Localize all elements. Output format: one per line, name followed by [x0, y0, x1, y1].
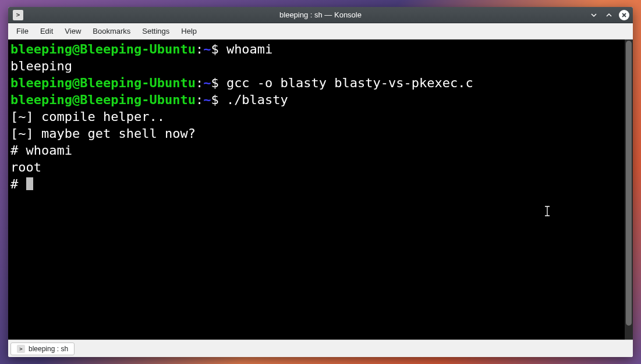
- maximize-button[interactable]: [604, 10, 614, 20]
- text-cursor-icon: [544, 205, 551, 220]
- titlebar-controls: [589, 10, 629, 20]
- scrollbar[interactable]: [625, 40, 633, 340]
- minimize-button[interactable]: [589, 10, 599, 20]
- scrollbar-thumb[interactable]: [626, 41, 632, 326]
- menu-edit[interactable]: Edit: [34, 24, 59, 38]
- tab-bleeping-sh[interactable]: > bleeping : sh: [10, 342, 75, 355]
- window-title: bleeping : sh — Konsole: [279, 10, 362, 19]
- menu-settings[interactable]: Settings: [136, 24, 175, 38]
- terminal-area[interactable]: bleeping@Bleeping-Ubuntu:~$ whoami bleep…: [8, 40, 633, 340]
- terminal-icon: >: [13, 10, 23, 20]
- cursor-block: [26, 177, 33, 190]
- tabbar: > bleeping : sh: [8, 340, 633, 357]
- terminal-icon: >: [17, 345, 25, 353]
- menu-file[interactable]: File: [10, 24, 34, 38]
- menu-help[interactable]: Help: [175, 24, 203, 38]
- menubar: File Edit View Bookmarks Settings Help: [8, 23, 633, 40]
- menu-view[interactable]: View: [59, 24, 87, 38]
- terminal-content[interactable]: bleeping@Bleeping-Ubuntu:~$ whoami bleep…: [8, 40, 633, 194]
- menu-bookmarks[interactable]: Bookmarks: [87, 24, 136, 38]
- titlebar[interactable]: > bleeping : sh — Konsole: [8, 7, 633, 23]
- tab-label: bleeping : sh: [29, 345, 68, 353]
- konsole-window: > bleeping : sh — Konsole File Edit View…: [8, 7, 633, 357]
- close-button[interactable]: [619, 10, 629, 20]
